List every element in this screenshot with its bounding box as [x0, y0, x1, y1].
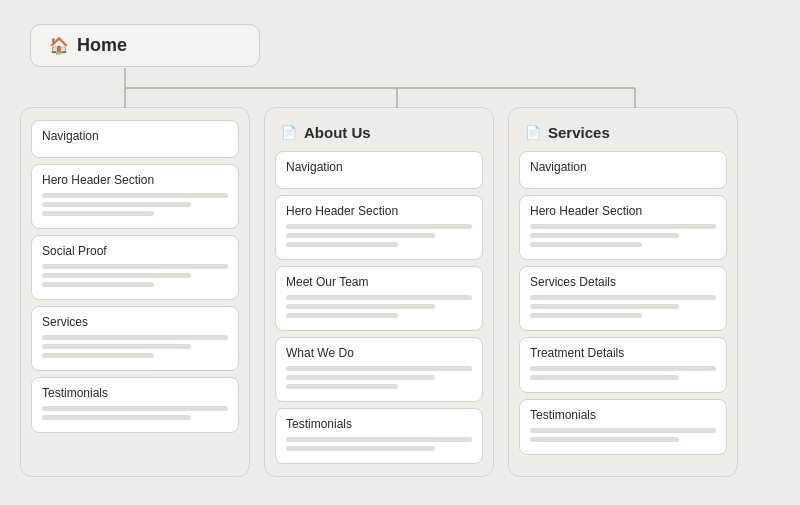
- section-navigation-services[interactable]: Navigation: [519, 151, 727, 189]
- placeholder-line: [530, 304, 679, 309]
- home-icon: 🏠: [49, 36, 69, 55]
- section-what-we-do[interactable]: What We Do: [275, 337, 483, 402]
- section-treatment-details[interactable]: Treatment Details: [519, 337, 727, 393]
- placeholder-line: [42, 211, 154, 216]
- placeholder-line: [286, 304, 435, 309]
- services-header: 📄 Services: [519, 120, 727, 151]
- section-title: Hero Header Section: [286, 204, 472, 218]
- placeholder-line: [286, 446, 435, 451]
- placeholder-line: [286, 295, 472, 300]
- section-testimonials-about[interactable]: Testimonials: [275, 408, 483, 464]
- placeholder-line: [530, 224, 716, 229]
- placeholder-line: [530, 233, 679, 238]
- placeholder-line: [286, 224, 472, 229]
- section-title: Navigation: [42, 129, 228, 143]
- section-title: Testimonials: [42, 386, 228, 400]
- section-social-proof[interactable]: Social Proof: [31, 235, 239, 300]
- section-meet-team[interactable]: Meet Our Team: [275, 266, 483, 331]
- section-services-home[interactable]: Services: [31, 306, 239, 371]
- section-hero-services[interactable]: Hero Header Section: [519, 195, 727, 260]
- placeholder-line: [286, 384, 398, 389]
- about-column: 📄 About Us Navigation Hero Header Sectio…: [264, 107, 494, 477]
- placeholder-line: [286, 437, 472, 442]
- canvas: 🏠 Home Navigation Hero Header Section So…: [0, 0, 800, 505]
- about-header: 📄 About Us: [275, 120, 483, 151]
- root-node: 🏠 Home: [20, 24, 780, 67]
- children-row: Navigation Hero Header Section Social Pr…: [20, 67, 780, 477]
- section-title: Services: [42, 315, 228, 329]
- section-testimonials-services[interactable]: Testimonials: [519, 399, 727, 455]
- placeholder-line: [530, 366, 716, 371]
- section-title: Navigation: [286, 160, 472, 174]
- section-title: Testimonials: [286, 417, 472, 431]
- home-card[interactable]: 🏠 Home: [30, 24, 260, 67]
- section-services-details[interactable]: Services Details: [519, 266, 727, 331]
- placeholder-line: [42, 264, 228, 269]
- section-title: Social Proof: [42, 244, 228, 258]
- services-label: Services: [548, 124, 610, 141]
- section-title: Meet Our Team: [286, 275, 472, 289]
- section-title: Treatment Details: [530, 346, 716, 360]
- placeholder-line: [42, 353, 154, 358]
- section-hero-home[interactable]: Hero Header Section: [31, 164, 239, 229]
- placeholder-line: [42, 273, 191, 278]
- placeholder-line: [530, 295, 716, 300]
- section-title: Services Details: [530, 275, 716, 289]
- placeholder-line: [530, 313, 642, 318]
- section-hero-about[interactable]: Hero Header Section: [275, 195, 483, 260]
- section-title: Testimonials: [530, 408, 716, 422]
- placeholder-line: [42, 344, 191, 349]
- placeholder-line: [286, 313, 398, 318]
- section-title: Hero Header Section: [42, 173, 228, 187]
- section-title: Navigation: [530, 160, 716, 174]
- section-navigation-home[interactable]: Navigation: [31, 120, 239, 158]
- section-title: Hero Header Section: [530, 204, 716, 218]
- placeholder-line: [286, 233, 435, 238]
- services-page-icon: 📄: [525, 125, 541, 140]
- placeholder-line: [42, 406, 228, 411]
- section-testimonials-home[interactable]: Testimonials: [31, 377, 239, 433]
- about-label: About Us: [304, 124, 371, 141]
- placeholder-line: [42, 282, 154, 287]
- placeholder-line: [42, 193, 228, 198]
- services-column: 📄 Services Navigation Hero Header Sectio…: [508, 107, 738, 477]
- placeholder-line: [42, 202, 191, 207]
- section-title: What We Do: [286, 346, 472, 360]
- placeholder-line: [42, 415, 191, 420]
- placeholder-line: [286, 242, 398, 247]
- placeholder-line: [42, 335, 228, 340]
- home-column: Navigation Hero Header Section Social Pr…: [20, 107, 250, 477]
- placeholder-line: [530, 437, 679, 442]
- placeholder-line: [286, 366, 472, 371]
- placeholder-line: [286, 375, 435, 380]
- about-page-icon: 📄: [281, 125, 297, 140]
- section-navigation-about[interactable]: Navigation: [275, 151, 483, 189]
- placeholder-line: [530, 242, 642, 247]
- placeholder-line: [530, 375, 679, 380]
- home-label: Home: [77, 35, 127, 56]
- placeholder-line: [530, 428, 716, 433]
